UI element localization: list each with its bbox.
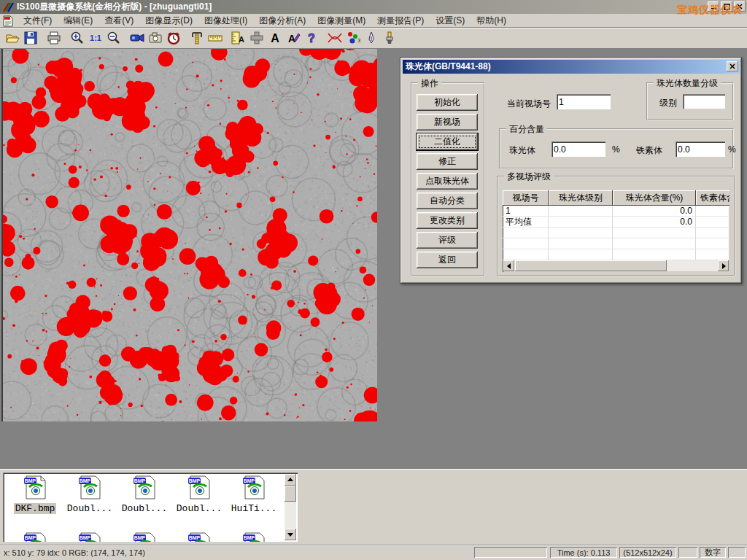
binarize-button[interactable]: 二值化 xyxy=(417,133,478,150)
init-button[interactable]: 初始化 xyxy=(417,94,478,111)
menu-report[interactable]: 测量报告(P) xyxy=(371,13,430,28)
text-icon[interactable]: A xyxy=(266,29,284,47)
help-glyph: ? xyxy=(308,32,315,44)
help-icon[interactable]: ? xyxy=(302,29,320,47)
table-horizontal-scrollbar[interactable] xyxy=(503,260,729,271)
cell-field-no: 平均值 xyxy=(503,217,549,228)
file-item[interactable]: BMP xyxy=(118,532,171,542)
return-button[interactable]: 返回 xyxy=(417,252,478,268)
col-field-no[interactable]: 视场号 xyxy=(503,190,549,206)
change-class-button[interactable]: 更改类别 xyxy=(417,212,478,229)
current-field-input[interactable] xyxy=(557,94,611,109)
classify-icon[interactable]: 3 xyxy=(344,29,362,47)
svg-text:BMP: BMP xyxy=(244,535,255,540)
scrollbar-thumb[interactable] xyxy=(515,260,667,271)
dialog-close-button[interactable] xyxy=(727,61,738,71)
svg-text:BMP: BMP xyxy=(134,535,146,540)
menu-settings[interactable]: 设置(S) xyxy=(430,13,471,28)
file-browser: BMP DKF.bmp BMP Doubl... BMP Doubl... xyxy=(3,472,298,542)
new-field-button[interactable]: 新视场 xyxy=(417,114,478,131)
col-ferrite-content[interactable]: 铁素体含量(%) xyxy=(696,190,729,206)
percent-group-label: 百分含量 xyxy=(506,123,547,136)
stitch-icon[interactable] xyxy=(247,29,266,47)
status-bar: x: 510 y: 79 idx: 0 RGB: (174, 174, 174)… xyxy=(0,545,747,560)
table-row[interactable]: 平均值 0.0 xyxy=(503,217,729,228)
open-icon[interactable] xyxy=(3,29,21,47)
auto-classify-button[interactable]: 自动分类 xyxy=(417,192,478,209)
file-browser-scrollbar[interactable] xyxy=(285,474,296,540)
menu-help[interactable]: 帮助(H) xyxy=(471,13,512,28)
bmp-file-icon: BMP xyxy=(78,532,101,542)
scroll-down-icon[interactable] xyxy=(285,529,296,540)
video-camera-icon[interactable] xyxy=(128,29,146,47)
pearlite-label: 珠光体 xyxy=(509,144,535,157)
metallographic-image[interactable] xyxy=(1,49,377,421)
menu-file[interactable]: 文件(F) xyxy=(18,13,58,28)
rate-button[interactable]: 评级 xyxy=(417,232,478,249)
menu-image-analysis[interactable]: 图像分析(A) xyxy=(253,13,311,28)
file-item[interactable]: BMP DKF.bmp xyxy=(9,475,61,514)
pearlite-percent-input[interactable] xyxy=(551,141,605,157)
file-item[interactable]: BMP xyxy=(63,532,116,542)
file-item[interactable]: BMP xyxy=(173,532,225,542)
ferrite-label: 铁素体 xyxy=(636,144,662,157)
file-name[interactable]: HuiTi... xyxy=(230,503,278,514)
col-pearlite-grade[interactable]: 珠光体级别 xyxy=(549,190,613,206)
table-row[interactable]: 1 0.0 xyxy=(503,206,729,217)
file-item[interactable]: BMP xyxy=(228,532,280,542)
snapshot-icon[interactable] xyxy=(146,29,164,47)
scrollbar-thumb[interactable] xyxy=(285,486,296,502)
menu-view[interactable]: 查看(V) xyxy=(98,13,139,28)
actual-size-icon[interactable]: 1:1 xyxy=(86,29,104,47)
grading-group: 珠光体数量分级 级别 xyxy=(646,82,734,120)
bmp-file-icon: BMP xyxy=(23,532,47,542)
caliper-icon[interactable] xyxy=(187,29,206,47)
bmp-file-icon: BMP xyxy=(133,475,156,499)
zoom-out-icon[interactable] xyxy=(104,29,123,47)
dialog-title-bar[interactable]: 珠光体(GB/T9441-88) xyxy=(403,60,740,74)
pen-icon[interactable] xyxy=(362,29,380,47)
svg-text:BMP: BMP xyxy=(80,478,91,483)
bmp-file-icon: BMP xyxy=(187,475,211,499)
scroll-left-icon[interactable] xyxy=(503,260,514,271)
document-icon xyxy=(3,15,14,27)
scroll-up-icon[interactable] xyxy=(285,474,296,486)
file-name[interactable]: Doubl... xyxy=(120,503,169,514)
col-pearlite-content[interactable]: 珠光体含量(%) xyxy=(613,190,696,206)
bottom-panel: BMP DKF.bmp BMP Doubl... BMP Doubl... xyxy=(0,469,747,545)
file-name[interactable]: Doubl... xyxy=(175,503,223,514)
ferrite-percent-input[interactable] xyxy=(676,141,725,157)
level-input[interactable] xyxy=(683,94,725,109)
timer-icon[interactable] xyxy=(164,29,182,47)
file-item[interactable]: BMP Doubl... xyxy=(118,475,171,514)
file-item[interactable]: BMP Doubl... xyxy=(63,475,116,514)
svg-text:BMP: BMP xyxy=(244,478,255,483)
menu-image-measure[interactable]: 图像测量(M) xyxy=(311,13,371,28)
status-field-empty xyxy=(474,547,547,558)
file-item[interactable]: BMP HuiTi... xyxy=(228,475,280,514)
correct-button[interactable]: 修正 xyxy=(417,153,478,170)
menu-edit[interactable]: 编辑(E) xyxy=(58,13,98,28)
file-name[interactable]: Doubl... xyxy=(66,503,114,514)
svg-text:BMP: BMP xyxy=(189,478,201,483)
save-icon[interactable] xyxy=(21,29,39,47)
classify-glyph: 3 xyxy=(357,37,360,44)
pearlite-percent-unit: % xyxy=(612,144,620,155)
zoom-in-icon[interactable] xyxy=(68,29,86,47)
menu-image-processing[interactable]: 图像处理(I) xyxy=(198,13,253,28)
multi-field-table: 视场号 珠光体级别 珠光体含量(%) 铁素体含量(%) 1 0.0 平均值 0.… xyxy=(503,190,729,272)
curve-split-icon[interactable] xyxy=(325,29,344,47)
scroll-right-icon[interactable] xyxy=(718,260,729,271)
file-item[interactable]: BMP xyxy=(9,532,61,542)
file-item[interactable]: BMP Doubl... xyxy=(173,475,225,514)
ruler-icon[interactable] xyxy=(206,29,224,47)
print-icon[interactable] xyxy=(44,29,63,47)
file-name[interactable]: DKF.bmp xyxy=(14,503,57,514)
annotate-icon[interactable]: A xyxy=(284,29,302,47)
pick-pearlite-button[interactable]: 点取珠光体 xyxy=(417,173,478,190)
menu-image-display[interactable]: 图像显示(D) xyxy=(139,13,198,28)
svg-text:BMP: BMP xyxy=(25,535,36,540)
brush-icon[interactable] xyxy=(380,29,398,47)
cell-grade xyxy=(549,217,613,228)
measure-text-icon[interactable]: A xyxy=(229,29,247,47)
